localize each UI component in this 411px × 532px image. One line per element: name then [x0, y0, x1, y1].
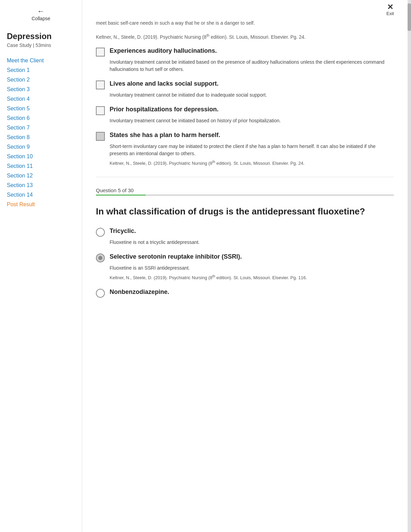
scrollbar-thumb[interactable]	[408, 3, 411, 31]
intro-reference-text: meet basic self-care needs in such a way…	[96, 20, 394, 27]
radio-ssri-label: Selective serotonin reuptake inhibitor (…	[110, 253, 242, 261]
radio-option-nonbenzo: Nonbenzodiazepine.	[96, 288, 394, 298]
radio-option-ssri: Selective serotonin reuptake inhibitor (…	[96, 253, 394, 281]
answer-option-prior-hosp-header: Prior hospitalizations for depression.	[96, 106, 394, 115]
answer-option-alone-header: Lives alone and lacks social support.	[96, 80, 394, 89]
answer-option-plan-harm: States she has a plan to harm herself. S…	[96, 131, 394, 167]
checkbox-alone[interactable]	[96, 81, 105, 89]
sidebar-item-meet-the-client[interactable]: Meet the Client	[7, 56, 75, 65]
sidebar: ← Collapse Depression Case Study | 53min…	[0, 0, 82, 532]
intro-reference-citation: Keltner, N., Steele, D. (2019). Psychiat…	[96, 33, 394, 41]
sidebar-item-section-10[interactable]: Section 10	[7, 152, 75, 161]
sidebar-item-section-7[interactable]: Section 7	[7, 123, 75, 132]
answer-option-plan-harm-label: States she has a plan to harm herself.	[110, 131, 220, 139]
answer-option-alone-label: Lives alone and lacks social support.	[110, 80, 219, 88]
answer-option-prior-hosp: Prior hospitalizations for depression. I…	[96, 106, 394, 124]
radio-ssri[interactable]	[96, 253, 105, 262]
sidebar-item-section-14[interactable]: Section 14	[7, 190, 75, 199]
radio-option-ssri-header: Selective serotonin reuptake inhibitor (…	[96, 253, 394, 262]
question-progress: Question 5 of 30	[96, 187, 394, 196]
exit-icon: ✕	[387, 3, 393, 11]
section-divider	[96, 177, 394, 177]
sidebar-item-section-9[interactable]: Section 9	[7, 143, 75, 151]
radio-tricyclic[interactable]	[96, 228, 105, 237]
sidebar-item-section-3[interactable]: Section 3	[7, 85, 75, 94]
checkbox-prior-hosp[interactable]	[96, 106, 105, 115]
scrollbar-track[interactable]	[408, 0, 411, 532]
question-progress-label: Question 5 of 30	[96, 187, 394, 193]
answer-option-auditory-label: Experiences auditory hallucinations.	[110, 47, 217, 55]
radio-option-tricyclic: Tricyclic. Fluoxetine is not a tricyclic…	[96, 227, 394, 246]
exit-label: Exit	[386, 11, 394, 16]
sidebar-item-post-result[interactable]: Post Result	[7, 200, 75, 209]
radio-ssri-explanation: Fluoxetine is an SSRI antidepressant.	[110, 264, 394, 272]
case-study-subtitle: Case Study | 53mins	[7, 42, 75, 48]
answer-option-plan-harm-header: States she has a plan to harm herself.	[96, 131, 394, 141]
radio-tricyclic-label: Tricyclic.	[110, 227, 136, 235]
collapse-button[interactable]: ← Collapse	[7, 7, 75, 21]
exit-button[interactable]: ✕ Exit	[386, 3, 394, 16]
answer-option-auditory-header: Experiences auditory hallucinations.	[96, 47, 394, 57]
checkbox-plan-harm[interactable]	[96, 132, 105, 141]
answer-option-alone-explanation: Involuntary treatment cannot be initiate…	[110, 91, 394, 99]
collapse-label: Collapse	[32, 16, 50, 21]
radio-options-container: Tricyclic. Fluoxetine is not a tricyclic…	[96, 227, 394, 298]
main-content: ✕ Exit meet basic self-care needs in suc…	[82, 0, 408, 532]
question-text: In what classification of drugs is the a…	[96, 206, 394, 218]
top-bar: ✕ Exit	[96, 0, 394, 16]
case-study-title: Depression	[7, 32, 75, 41]
sidebar-item-section-11[interactable]: Section 11	[7, 162, 75, 171]
sidebar-item-section-1[interactable]: Section 1	[7, 66, 75, 75]
progress-track	[96, 195, 394, 196]
radio-option-tricyclic-header: Tricyclic.	[96, 227, 394, 237]
progress-fill	[96, 195, 146, 196]
feedback-section: meet basic self-care needs in such a way…	[96, 16, 394, 166]
radio-option-nonbenzo-header: Nonbenzodiazepine.	[96, 288, 394, 298]
sidebar-item-section-4[interactable]: Section 4	[7, 95, 75, 103]
sidebar-item-section-2[interactable]: Section 2	[7, 75, 75, 84]
sidebar-item-section-8[interactable]: Section 8	[7, 133, 75, 142]
checkbox-auditory[interactable]	[96, 48, 105, 57]
sidebar-item-section-6[interactable]: Section 6	[7, 114, 75, 123]
sidebar-item-section-13[interactable]: Section 13	[7, 181, 75, 190]
answer-option-prior-hosp-explanation: Involuntary treatment cannot be initiate…	[110, 117, 394, 124]
answer-option-plan-harm-reference: Keltner, N., Steele, D. (2019). Psychiat…	[110, 159, 394, 167]
answer-option-alone: Lives alone and lacks social support. In…	[96, 80, 394, 99]
collapse-arrow-icon: ←	[37, 7, 45, 16]
radio-nonbenzo-label: Nonbenzodiazepine.	[110, 288, 169, 296]
answer-option-prior-hosp-label: Prior hospitalizations for depression.	[110, 106, 219, 113]
answer-option-auditory: Experiences auditory hallucinations. Inv…	[96, 47, 394, 73]
radio-ssri-reference: Keltner, N., Steele, D. (2019). Psychiat…	[110, 274, 394, 281]
answer-option-plan-harm-explanation: Short-term involuntary care may be initi…	[110, 143, 394, 157]
sidebar-navigation: Meet the Client Section 1 Section 2 Sect…	[7, 56, 75, 209]
radio-nonbenzo[interactable]	[96, 289, 105, 298]
sidebar-item-section-5[interactable]: Section 5	[7, 104, 75, 113]
answer-option-auditory-explanation: Involuntary treatment cannot be initiate…	[110, 59, 394, 73]
radio-tricyclic-explanation: Fluoxetine is not a tricyclic antidepres…	[110, 239, 394, 246]
sidebar-item-section-12[interactable]: Section 12	[7, 171, 75, 180]
